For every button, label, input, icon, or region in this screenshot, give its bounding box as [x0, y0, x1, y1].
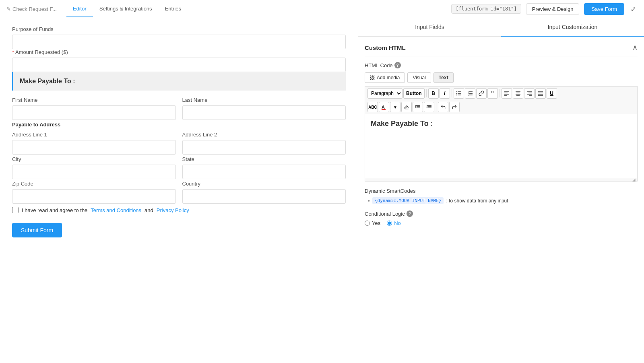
terms-text-mid: and	[144, 207, 153, 213]
nav-tabs: Editor Settings & Integrations Entries	[66, 1, 188, 17]
address-line2-input[interactable]	[182, 140, 346, 155]
tab-entries[interactable]: Entries	[159, 1, 188, 17]
undo-button[interactable]	[438, 102, 448, 112]
cond-no-option[interactable]: No	[387, 220, 401, 226]
state-input[interactable]	[182, 165, 346, 179]
tab-settings[interactable]: Settings & Integrations	[93, 1, 159, 17]
last-name-field: Last Name	[182, 97, 346, 120]
button-toolbar-btn[interactable]: Button	[403, 88, 425, 99]
svg-rect-29	[382, 109, 386, 110]
address-line2-label: Address Line 2	[182, 132, 346, 138]
ordered-list-button[interactable]: 123	[465, 88, 475, 99]
dynamic-smartcodes-section: Dynamic SmartCodes • {dynamic.YOUR_INPUT…	[365, 188, 638, 204]
paragraph-select[interactable]: Paragraph	[367, 88, 402, 99]
first-name-label: First Name	[12, 97, 176, 103]
preview-design-button[interactable]: Preview & Design	[526, 3, 580, 15]
collapse-button[interactable]: ∧	[632, 43, 638, 52]
align-left-button[interactable]	[502, 88, 512, 99]
terms-link[interactable]: Terms and Conditions	[91, 207, 141, 213]
visual-toggle[interactable]: Visual	[407, 72, 431, 83]
svg-text:3: 3	[468, 94, 469, 96]
address-section: Payable to Address Address Line 1 Addres…	[12, 122, 346, 204]
zip-country-row: Zip Code Country	[12, 181, 346, 204]
indent-icon	[415, 104, 421, 110]
shortcode-display[interactable]: [fluentform id="181"]	[451, 4, 521, 14]
blockquote-button[interactable]: "	[487, 88, 498, 99]
terms-checkbox[interactable]	[12, 207, 19, 213]
ol-icon: 123	[467, 91, 473, 96]
city-field: City	[12, 156, 176, 179]
address-line1-input[interactable]	[12, 140, 176, 155]
required-star: *	[12, 49, 14, 55]
nav-right: [fluentform id="181"] Preview & Design S…	[451, 3, 638, 15]
save-form-button[interactable]: Save Form	[584, 3, 624, 15]
font-color-dropdown[interactable]: ▼	[390, 102, 400, 112]
panel-tabs: Input Fields Input Customization	[358, 18, 644, 37]
submit-form-button[interactable]: Submit Form	[12, 223, 62, 237]
separator	[436, 103, 436, 111]
smartcode-item: • {dynamic.YOUR_INPUT_NAME} : to show da…	[368, 197, 638, 204]
text-toggle[interactable]: Text	[433, 72, 454, 83]
resize-icon: ◢	[632, 177, 636, 182]
purpose-of-funds-input[interactable]	[12, 35, 346, 49]
country-input[interactable]	[182, 189, 346, 204]
cond-no-label: No	[394, 220, 401, 226]
underline-button[interactable]: U	[547, 88, 557, 99]
outdent-button[interactable]	[424, 102, 434, 112]
italic-button[interactable]: I	[440, 88, 450, 99]
editor-panel: Purpose of Funds * Amount Requested ($) …	[0, 18, 358, 363]
cond-no-radio[interactable]	[387, 221, 392, 226]
city-state-row: City State	[12, 156, 346, 179]
add-media-button[interactable]: 🖼 Add media	[365, 72, 405, 83]
editor-toolbar-row1: Paragraph Button B I 123 "	[365, 86, 638, 100]
align-center-button[interactable]	[513, 88, 523, 99]
address-line-row: Address Line 1 Address Line 2	[12, 132, 346, 155]
bold-button[interactable]: B	[428, 88, 439, 99]
abc-button[interactable]: ABC	[367, 102, 378, 112]
cond-yes-radio[interactable]	[365, 221, 370, 226]
undo-icon	[440, 104, 446, 110]
eraser-icon	[404, 104, 409, 110]
first-name-input[interactable]	[12, 105, 176, 120]
cond-yes-label: Yes	[372, 220, 380, 226]
conditional-logic-section: Conditional Logic ? Yes No	[365, 210, 638, 226]
zip-input[interactable]	[12, 189, 176, 204]
purpose-of-funds-label: Purpose of Funds	[12, 26, 346, 32]
amount-requested-input[interactable]	[12, 58, 346, 72]
font-color-button[interactable]: A	[379, 102, 389, 112]
link-button[interactable]	[476, 88, 487, 99]
custom-html-title: Custom HTML	[365, 44, 406, 51]
eraser-button[interactable]	[401, 102, 412, 112]
html-editor-area[interactable]: Make Payable To :	[365, 114, 638, 178]
redo-button[interactable]	[449, 102, 460, 112]
html-code-info-icon[interactable]: ?	[394, 62, 401, 68]
tab-input-fields[interactable]: Input Fields	[358, 18, 501, 37]
main-layout: Purpose of Funds * Amount Requested ($) …	[0, 18, 644, 363]
name-row: First Name Last Name	[12, 97, 346, 120]
zip-field: Zip Code	[12, 181, 176, 204]
unordered-list-button[interactable]	[454, 88, 464, 99]
align-right-button[interactable]	[524, 88, 535, 99]
city-input[interactable]	[12, 165, 176, 179]
svg-text:A: A	[382, 105, 385, 109]
address-line2-field: Address Line 2	[182, 132, 346, 155]
tab-editor[interactable]: Editor	[66, 1, 93, 17]
editor-resize-handle[interactable]: ◢	[365, 178, 638, 182]
font-color-icon: A	[381, 104, 387, 110]
payable-to-address-label: Payable to Address	[12, 122, 346, 128]
section-heading-block: Make Payable To :	[12, 72, 346, 91]
separator	[426, 89, 427, 97]
align-justify-icon	[538, 91, 543, 96]
html-code-label: HTML Code ?	[365, 62, 638, 68]
smartcode-description: : to show data from any input	[446, 198, 508, 204]
address-line1-field: Address Line 1	[12, 132, 176, 155]
align-justify-button[interactable]	[535, 88, 546, 99]
indent-button[interactable]	[413, 102, 423, 112]
tab-input-customization[interactable]: Input Customization	[501, 18, 644, 37]
conditional-logic-info-icon[interactable]: ?	[407, 210, 413, 217]
privacy-link[interactable]: Privacy Policy	[157, 207, 189, 213]
cond-yes-option[interactable]: Yes	[365, 220, 380, 226]
fullscreen-button[interactable]: ⤢	[629, 4, 638, 14]
outdent-icon	[426, 104, 432, 110]
last-name-input[interactable]	[182, 105, 346, 120]
